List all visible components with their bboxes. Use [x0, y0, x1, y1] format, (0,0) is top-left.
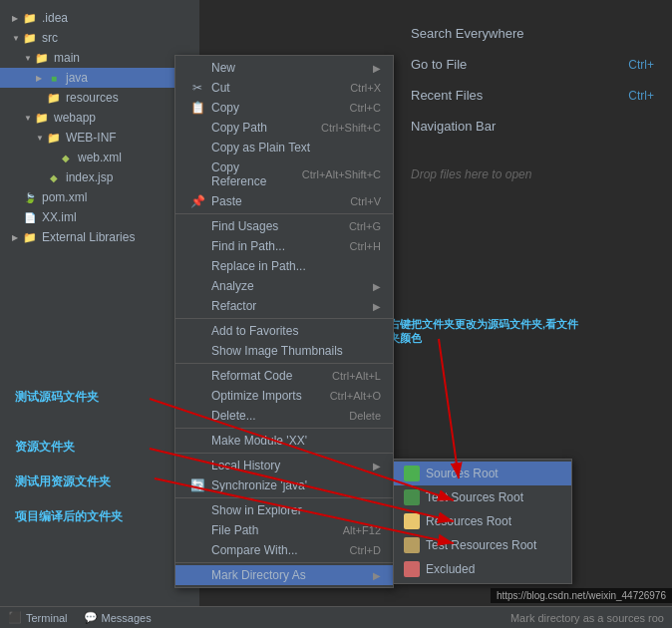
menu-item-copy-path[interactable]: Copy Path Ctrl+Shift+C: [175, 118, 393, 138]
watermark: https://blog.csdn.net/weixin_44726976: [491, 588, 672, 603]
tree-item-label: src: [42, 31, 58, 45]
menu-item-find-usages[interactable]: Find Usages Ctrl+G: [175, 216, 393, 236]
tree-item-indexjsp[interactable]: ◆ index.jsp: [0, 167, 199, 187]
tree-item-label: java: [66, 71, 88, 85]
menu-item-label: Analyze: [211, 279, 373, 293]
drop-zone: Drop files here to open: [403, 159, 662, 189]
submenu-item-sources-root[interactable]: Sources Root: [394, 462, 571, 485]
menu-item-paste[interactable]: 📌 Paste Ctrl+V: [175, 191, 393, 211]
shortcut-label: Ctrl+C: [350, 102, 381, 114]
navigation-bar-label: Navigation Bar: [411, 119, 496, 134]
menu-item-label: Show in Explorer: [211, 503, 381, 517]
right-panel-goto[interactable]: Go to File Ctrl+: [403, 51, 662, 78]
tree-item-resources[interactable]: 📁 resources: [0, 88, 199, 108]
menu-item-label: Add to Favorites: [211, 324, 381, 338]
menu-item-analyze[interactable]: Analyze ▶: [175, 276, 393, 296]
shortcut-label: Ctrl+Shift+C: [321, 122, 381, 134]
goto-shortcut: Ctrl+: [628, 58, 654, 72]
submenu-item-label: Sources Root: [426, 467, 499, 480]
tree-item-webapp[interactable]: ▼ 📁 webapp: [0, 108, 199, 128]
separator: [175, 428, 393, 429]
submenu-arrow: ▶: [373, 63, 381, 74]
tree-item-webxml[interactable]: ◆ web.xml: [0, 148, 199, 167]
menu-item-label: Make Module 'XX': [211, 434, 381, 448]
submenu-item-label: Resources Root: [426, 514, 511, 528]
tree-item-label: pom.xml: [42, 190, 87, 204]
expand-arrow: ▼: [24, 54, 34, 63]
tree-item-xximl[interactable]: 📄 XX.iml: [0, 207, 199, 227]
menu-item-find-in-path[interactable]: Find in Path... Ctrl+H: [175, 236, 393, 256]
menu-item-delete[interactable]: Delete... Delete: [175, 406, 393, 426]
menu-item-label: Refactor: [211, 299, 373, 313]
menu-item-replace-in-path[interactable]: Replace in Path...: [175, 256, 393, 276]
menu-item-make-module[interactable]: Make Module 'XX': [175, 431, 393, 451]
tree-item-main[interactable]: ▼ 📁 main: [0, 48, 199, 68]
menu-item-synchronize[interactable]: 🔄 Synchronize 'java': [175, 475, 393, 495]
folder-icon: 📁: [34, 50, 50, 66]
menu-item-label: Cut: [211, 81, 334, 95]
menu-item-local-history[interactable]: Local History ▶: [175, 456, 393, 475]
folder-icon: 📁: [46, 90, 62, 106]
submenu-item-test-sources-root[interactable]: Test Sources Root: [394, 485, 571, 509]
submenu-item-excluded[interactable]: Excluded: [394, 557, 571, 581]
tree-item-java[interactable]: ▶ ■ java: [0, 68, 199, 88]
menu-item-label: Show Image Thumbnails: [211, 344, 381, 358]
expand-arrow: ▼: [36, 134, 46, 143]
menu-item-label: Local History: [211, 459, 373, 472]
menu-item-file-path[interactable]: File Path Alt+F12: [175, 520, 393, 540]
menu-item-mark-directory[interactable]: Mark Directory As ▶: [175, 565, 393, 585]
tree-item-extlibs[interactable]: ▶ 📁 External Libraries: [0, 227, 199, 247]
right-panel-recent[interactable]: Recent Files Ctrl+: [403, 82, 662, 109]
separator: [175, 363, 393, 364]
menu-item-copy-reference[interactable]: Copy Reference Ctrl+Alt+Shift+C: [175, 157, 393, 191]
menu-item-label: Reformat Code: [211, 369, 316, 383]
submenu-item-test-resources-root[interactable]: Test Resources Root: [394, 533, 571, 557]
menu-item-copy[interactable]: 📋 Copy Ctrl+C: [175, 98, 393, 118]
submenu-item-resources-root[interactable]: Resources Root: [394, 509, 571, 533]
submenu-arrow: ▶: [373, 301, 381, 312]
menu-item-show-image[interactable]: Show Image Thumbnails: [175, 341, 393, 361]
separator: [175, 318, 393, 319]
terminal-label: Terminal: [26, 612, 68, 624]
cut-icon: ✂: [187, 81, 207, 95]
terminal-tab[interactable]: ⬛ Terminal: [8, 611, 68, 624]
menu-item-label: Synchronize 'java': [211, 478, 381, 492]
folder-icon: 📁: [22, 10, 38, 26]
submenu-arrow: ▶: [373, 461, 381, 471]
menu-item-label: Compare With...: [211, 543, 334, 557]
expand-arrow: ▶: [36, 74, 46, 83]
menu-item-cut[interactable]: ✂ Cut Ctrl+X: [175, 78, 393, 98]
tree-item-idea[interactable]: ▶ 📁 .idea: [0, 8, 199, 28]
menu-item-new[interactable]: New ▶: [175, 58, 393, 78]
expand-arrow: ▶: [12, 233, 22, 242]
tree-item-webinf[interactable]: ▼ 📁 WEB-INF: [0, 128, 199, 148]
copy-icon: 📋: [187, 101, 207, 115]
right-panel-search[interactable]: Search Everywhere: [403, 20, 662, 47]
menu-item-reformat[interactable]: Reformat Code Ctrl+Alt+L: [175, 366, 393, 386]
tree-item-src[interactable]: ▼ 📁 src: [0, 28, 199, 48]
menu-item-optimize[interactable]: Optimize Imports Ctrl+Alt+O: [175, 386, 393, 406]
expand-arrow: ▼: [24, 114, 34, 123]
menu-item-show-explorer[interactable]: Show in Explorer: [175, 500, 393, 520]
menu-item-add-favorites[interactable]: Add to Favorites: [175, 321, 393, 341]
shortcut-label: Ctrl+Alt+Shift+C: [302, 168, 381, 180]
right-panel-navbar[interactable]: Navigation Bar: [403, 113, 662, 140]
menu-item-label: Replace in Path...: [211, 259, 381, 273]
tree-item-pomxml[interactable]: 🍃 pom.xml: [0, 187, 199, 207]
shortcut-label: Ctrl+Alt+O: [330, 390, 381, 402]
menu-item-copy-plain[interactable]: Copy as Plain Text: [175, 138, 393, 157]
menu-item-label: Delete...: [211, 409, 333, 423]
tree-item-label: .idea: [42, 11, 68, 25]
messages-label: Messages: [102, 612, 152, 624]
tree-item-label: resources: [66, 91, 119, 105]
menu-item-label: Optimize Imports: [211, 389, 314, 403]
menu-item-refactor[interactable]: Refactor ▶: [175, 296, 393, 316]
tree-item-label: index.jsp: [66, 170, 113, 184]
folder-icon: 📁: [34, 110, 50, 126]
iml-icon: 📄: [22, 209, 38, 225]
shortcut-label: Ctrl+Alt+L: [332, 370, 381, 382]
shortcut-label: Delete: [349, 410, 381, 422]
expand-arrow: ▼: [12, 34, 22, 43]
messages-tab[interactable]: 💬 Messages: [84, 611, 152, 624]
menu-item-compare-with[interactable]: Compare With... Ctrl+D: [175, 540, 393, 560]
